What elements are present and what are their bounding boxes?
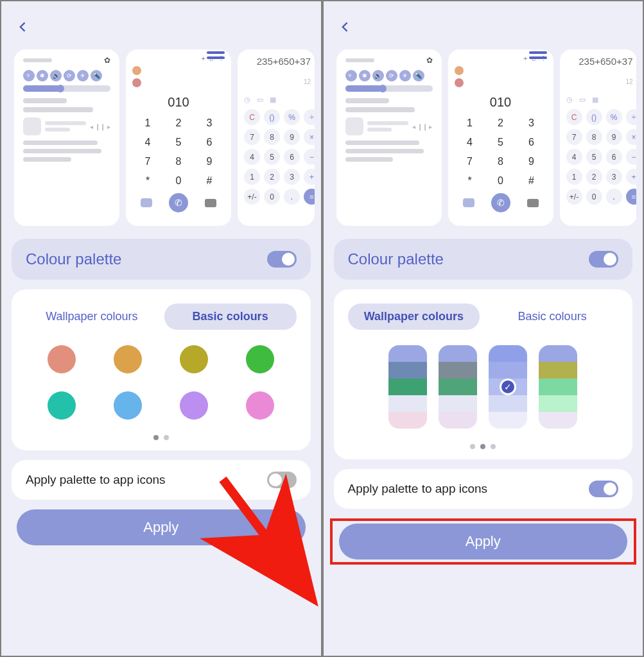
colour-swatch[interactable]	[48, 391, 76, 420]
colour-swatch[interactable]	[114, 391, 142, 420]
screen-right: ✿ ᯤ✱🔊⟳✈🔦 ◂ ❙❙ ▸ +⌕⋮ 010 123456789*0# ✆	[324, 1, 643, 656]
ruler-icon: ▭	[257, 96, 263, 104]
calc-expression: 235+650+37	[566, 56, 633, 67]
colour-swatch[interactable]	[114, 345, 142, 373]
call-icon: ✆	[169, 193, 188, 212]
sci-icon: ▦	[592, 96, 598, 104]
wallpaper-palette[interactable]	[388, 345, 427, 429]
wifi-icon: ᯤ	[23, 70, 35, 81]
apply-button[interactable]: Apply	[339, 524, 628, 559]
flashlight-icon: 🔦	[413, 70, 424, 81]
dialer-display: 010	[132, 95, 225, 110]
brightness-slider	[345, 85, 433, 92]
preview-calculator: 235+650+37 12 ◷▭▦ C()%÷789×456−123++/-0.…	[560, 49, 637, 226]
colour-picker-card: Wallpaper colours Basic colours ✓	[334, 289, 633, 459]
colour-palette-label: Colour palette	[348, 250, 444, 268]
tab-basic-colours[interactable]: Basic colours	[486, 303, 618, 330]
colour-palette-card: Colour palette	[12, 239, 311, 280]
preview-carousel[interactable]: ✿ ᯤ✱🔊⟳✈🔦 ◂ ❙❙ ▸ +⌕⋮ 010 123456789*0# ✆	[330, 49, 637, 226]
ruler-icon: ▭	[579, 96, 586, 104]
apply-palette-icons-card: Apply palette to app icons	[12, 460, 311, 500]
colour-tabs: Wallpaper colours Basic colours	[348, 303, 619, 330]
wallpaper-palette[interactable]	[439, 345, 477, 429]
brightness-slider	[23, 85, 110, 92]
apply-palette-icons-label: Apply palette to app icons	[26, 473, 166, 487]
wallpaper-palette-row: ✓	[348, 345, 619, 429]
sci-icon: ▦	[270, 96, 276, 104]
apply-palette-icons-card: Apply palette to app icons	[334, 469, 633, 509]
wifi-icon: ᯤ	[345, 70, 357, 81]
preview-carousel[interactable]: ✿ ᯤ✱🔊⟳✈🔦 ◂ ❙❙ ▸ +⌕⋮ 010 123456789*0# ✆	[8, 49, 315, 226]
colour-swatch[interactable]	[180, 391, 208, 420]
preview-quick-settings: ✿ ᯤ✱🔊⟳✈🔦 ◂ ❙❙ ▸	[336, 49, 442, 226]
colour-palette-label: Colour palette	[26, 250, 121, 268]
history-icon: ◷	[244, 96, 250, 104]
bluetooth-icon: ✱	[37, 70, 48, 81]
rotate-icon: ⟳	[386, 70, 397, 81]
gear-icon: ✿	[104, 56, 110, 65]
gear-icon: ✿	[426, 56, 433, 65]
apply-palette-icons-toggle[interactable]	[267, 472, 297, 488]
back-button[interactable]	[17, 21, 30, 33]
colour-swatch[interactable]	[48, 345, 76, 373]
bluetooth-icon: ✱	[359, 70, 370, 81]
history-icon: ◷	[566, 96, 573, 104]
dialer-keypad: 123456789*0#	[455, 114, 547, 191]
page-dots	[348, 444, 619, 449]
preview-quick-settings: ✿ ᯤ✱🔊⟳✈🔦 ◂ ❙❙ ▸	[14, 49, 119, 226]
preview-calculator: 235+650+37 12 ◷▭▦ C()%÷789×456−123++/-0.…	[238, 49, 315, 226]
calc-keypad: C()%÷789×456−123++/-0.=	[566, 109, 633, 205]
basic-colour-grid	[26, 345, 297, 420]
back-button[interactable]	[339, 21, 352, 33]
check-icon: ✓	[500, 379, 516, 395]
apply-button-wrap-highlighted: Apply	[330, 518, 637, 565]
sound-icon: 🔊	[50, 70, 62, 81]
colour-palette-toggle[interactable]	[589, 251, 618, 268]
apply-palette-icons-label: Apply palette to app icons	[348, 482, 488, 496]
dialer-display: 010	[455, 95, 547, 110]
apply-button-wrap: Apply	[8, 509, 315, 545]
plus-icon: +	[202, 55, 205, 63]
video-icon	[141, 198, 152, 207]
colour-swatch[interactable]	[180, 345, 208, 373]
plus-icon: +	[523, 55, 527, 63]
apply-palette-icons-toggle[interactable]	[589, 481, 618, 497]
colour-tabs: Wallpaper colours Basic colours	[26, 303, 297, 330]
backspace-icon	[205, 199, 216, 207]
flashlight-icon: 🔦	[91, 70, 102, 81]
preview-dialer: +⌕⋮ 010 123456789*0# ✆	[126, 49, 231, 226]
tab-wallpaper-colours[interactable]: Wallpaper colours	[348, 303, 480, 330]
airplane-icon: ✈	[399, 70, 411, 81]
airplane-icon: ✈	[77, 70, 89, 81]
colour-palette-toggle[interactable]	[267, 251, 297, 268]
tab-basic-colours[interactable]: Basic colours	[164, 303, 297, 330]
tab-wallpaper-colours[interactable]: Wallpaper colours	[26, 303, 158, 330]
screen-left: ✿ ᯤ✱🔊⟳✈🔦 ◂ ❙❙ ▸ +⌕⋮ 010 123456789*0# ✆	[1, 1, 321, 656]
preview-dialer: +⌕⋮ 010 123456789*0# ✆	[448, 49, 553, 226]
colour-palette-card: Colour palette	[334, 239, 633, 280]
rotate-icon: ⟳	[64, 70, 75, 81]
calc-keypad: C()%÷789×456−123++/-0.=	[244, 109, 311, 205]
page-dots	[26, 435, 297, 440]
colour-swatch[interactable]	[246, 345, 274, 373]
wallpaper-palette[interactable]	[539, 345, 577, 429]
backspace-icon	[527, 199, 539, 207]
colour-swatch[interactable]	[246, 391, 274, 420]
calc-expression: 235+650+37	[244, 56, 311, 67]
video-icon	[463, 198, 474, 207]
dialer-keypad: 123456789*0#	[132, 114, 225, 191]
wallpaper-palette[interactable]: ✓	[489, 345, 527, 429]
call-icon: ✆	[491, 193, 510, 212]
sound-icon: 🔊	[372, 70, 384, 81]
colour-picker-card: Wallpaper colours Basic colours	[12, 289, 311, 450]
apply-button[interactable]: Apply	[17, 509, 306, 545]
